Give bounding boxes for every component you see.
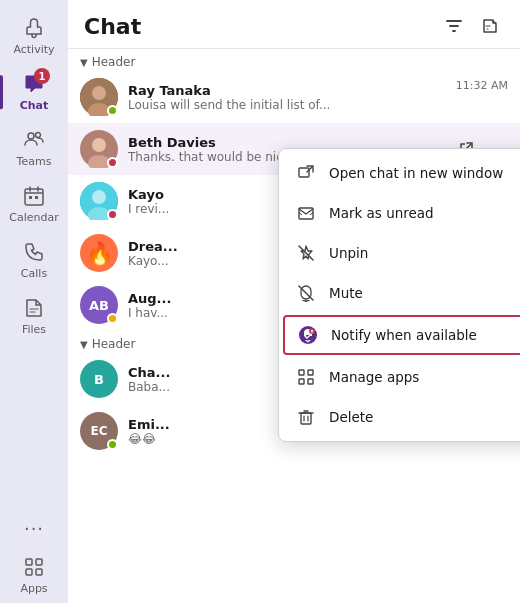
avatar-ray xyxy=(80,78,118,116)
more-dots-icon: ··· xyxy=(24,518,44,539)
sidebar-calls-label: Calls xyxy=(21,267,47,280)
svg-rect-7 xyxy=(26,569,32,575)
status-dot-emi xyxy=(107,439,118,450)
svg-rect-23 xyxy=(308,370,313,375)
context-menu: Open chat in new window Mark as unread xyxy=(278,148,520,442)
svg-rect-8 xyxy=(36,569,42,575)
chat-header: Chat xyxy=(68,0,520,49)
main-content: Chat ▼ Header xyxy=(68,0,520,603)
sidebar-calendar-label: Calendar xyxy=(9,211,58,224)
svg-rect-24 xyxy=(299,379,304,384)
svg-point-1 xyxy=(36,133,41,138)
section-header-1[interactable]: ▼ Header xyxy=(68,49,520,71)
manage-apps-icon xyxy=(295,366,317,388)
status-dot-kayo xyxy=(107,209,118,220)
svg-point-16 xyxy=(92,190,106,204)
sidebar-item-chat[interactable]: 1 Chat xyxy=(0,64,68,120)
chat-badge: 1 xyxy=(34,68,50,84)
svg-rect-6 xyxy=(36,559,42,565)
new-chat-button[interactable] xyxy=(476,12,504,40)
section-label-2: Header xyxy=(92,337,136,351)
section-label-1: Header xyxy=(92,55,136,69)
sidebar: Activity 1 Chat Teams xyxy=(0,0,68,603)
notify-icon xyxy=(297,324,319,346)
menu-label-unpin: Unpin xyxy=(329,245,368,261)
menu-label-notify: Notify when available xyxy=(331,327,477,343)
svg-rect-5 xyxy=(26,559,32,565)
svg-rect-25 xyxy=(308,379,313,384)
svg-rect-26 xyxy=(301,413,311,424)
sidebar-files-label: Files xyxy=(22,323,46,336)
chevron-down-icon: ▼ xyxy=(80,57,88,68)
chat-info-ray: Ray Tanaka Louisa will send the initial … xyxy=(128,83,446,112)
apps-icon xyxy=(22,555,46,579)
sidebar-item-teams[interactable]: Teams xyxy=(0,120,68,176)
files-icon xyxy=(22,296,46,320)
teams-icon xyxy=(22,128,46,152)
menu-label-mute: Mute xyxy=(329,285,363,301)
sidebar-item-calendar[interactable]: Calendar xyxy=(0,176,68,232)
open-chat-icon xyxy=(295,162,317,184)
status-dot-aug xyxy=(107,313,118,324)
mark-unread-icon xyxy=(295,202,317,224)
header-actions xyxy=(440,12,504,40)
chat-icon: 1 xyxy=(22,72,46,96)
svg-rect-22 xyxy=(299,370,304,375)
chat-name-ray: Ray Tanaka xyxy=(128,83,446,98)
sidebar-item-files[interactable]: Files xyxy=(0,288,68,344)
sidebar-apps-label: Apps xyxy=(20,582,47,595)
svg-rect-4 xyxy=(35,196,38,199)
sidebar-teams-label: Teams xyxy=(17,155,52,168)
calls-icon xyxy=(22,240,46,264)
svg-rect-3 xyxy=(29,196,32,199)
sidebar-item-activity[interactable]: Activity xyxy=(0,8,68,64)
activity-icon xyxy=(22,16,46,40)
page-title: Chat xyxy=(84,14,440,39)
mute-icon xyxy=(295,282,317,304)
filter-button[interactable] xyxy=(440,12,468,40)
avatar-emi: EC xyxy=(80,412,118,450)
avatar-beth xyxy=(80,130,118,168)
chevron-down-icon-2: ▼ xyxy=(80,339,88,350)
menu-item-delete[interactable]: Delete xyxy=(279,397,520,437)
menu-label-delete: Delete xyxy=(329,409,373,425)
status-dot-ray xyxy=(107,105,118,116)
sidebar-item-apps[interactable]: Apps xyxy=(0,547,68,603)
sidebar-chat-label: Chat xyxy=(20,99,49,112)
sidebar-item-calls[interactable]: Calls xyxy=(0,232,68,288)
sidebar-activity-label: Activity xyxy=(13,43,54,56)
chat-preview-ray: Louisa will send the initial list of... xyxy=(128,98,446,112)
menu-label-mark-unread: Mark as unread xyxy=(329,205,434,221)
menu-item-open-chat[interactable]: Open chat in new window xyxy=(279,153,520,193)
menu-item-notify[interactable]: Notify when available xyxy=(283,315,520,355)
avatar-dream: 🔥 xyxy=(80,234,118,272)
status-dot-beth xyxy=(107,157,118,168)
unpin-icon xyxy=(295,242,317,264)
sidebar-item-more[interactable]: ··· xyxy=(0,510,68,547)
svg-rect-18 xyxy=(299,168,309,177)
svg-point-13 xyxy=(92,138,106,152)
svg-point-10 xyxy=(92,86,106,100)
svg-point-0 xyxy=(28,133,34,139)
chat-time-ray: 11:32 AM xyxy=(456,77,508,92)
avatar-aug: AB xyxy=(80,286,118,324)
menu-label-open-chat: Open chat in new window xyxy=(329,165,503,181)
delete-icon xyxy=(295,406,317,428)
menu-item-mark-unread[interactable]: Mark as unread xyxy=(279,193,520,233)
svg-rect-2 xyxy=(25,189,43,205)
avatar-cha: B xyxy=(80,360,118,398)
menu-item-manage-apps[interactable]: Manage apps xyxy=(279,357,520,397)
menu-label-manage-apps: Manage apps xyxy=(329,369,419,385)
menu-item-unpin[interactable]: Unpin xyxy=(279,233,520,273)
calendar-icon xyxy=(22,184,46,208)
chat-item-ray[interactable]: Ray Tanaka Louisa will send the initial … xyxy=(68,71,520,123)
avatar-kayo xyxy=(80,182,118,220)
menu-item-mute[interactable]: Mute xyxy=(279,273,520,313)
